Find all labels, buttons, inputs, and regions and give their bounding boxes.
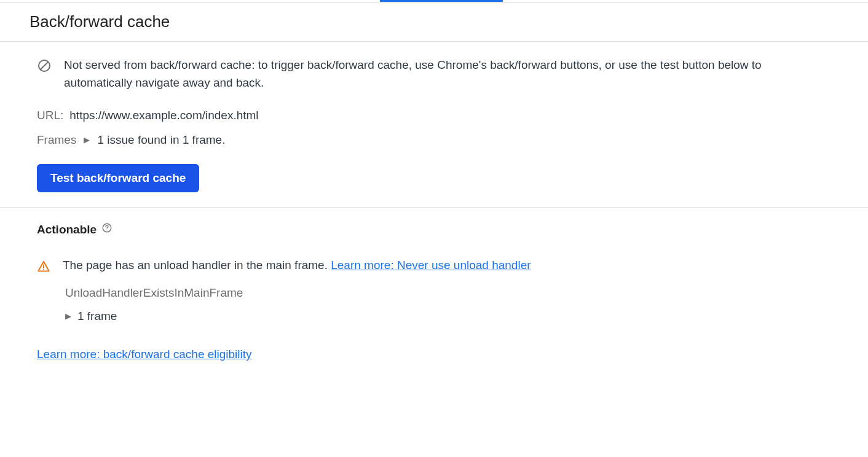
bfcache-eligibility-link[interactable]: Learn more: back/forward cache eligibili… xyxy=(37,348,252,361)
warning-icon xyxy=(37,260,50,276)
actionable-title: Actionable xyxy=(37,223,97,236)
main-section: Not served from back/forward cache: to t… xyxy=(0,42,868,208)
svg-point-5 xyxy=(43,269,44,270)
url-value: https://www.example.com/index.html xyxy=(69,109,258,122)
svg-point-3 xyxy=(107,230,108,230)
issue-code: UnloadHandlerExistsInMainFrame xyxy=(65,286,831,300)
help-icon[interactable] xyxy=(101,222,112,236)
svg-line-1 xyxy=(41,62,48,69)
disclosure-triangle-icon[interactable]: ▶ xyxy=(65,311,71,321)
frames-summary: 1 issue found in 1 frame. xyxy=(97,133,225,147)
page-title: Back/forward cache xyxy=(30,12,838,31)
frames-row[interactable]: Frames ▶ 1 issue found in 1 frame. xyxy=(37,133,831,147)
frames-label: Frames xyxy=(37,133,76,147)
issue-frames-count: 1 frame xyxy=(77,310,117,323)
test-bfcache-button[interactable]: Test back/forward cache xyxy=(37,164,199,192)
issue-text: The page has an unload handler in the ma… xyxy=(63,259,531,272)
info-message-text: Not served from back/forward cache: to t… xyxy=(64,57,831,92)
url-label: URL: xyxy=(37,109,63,122)
issue-row: The page has an unload handler in the ma… xyxy=(37,259,831,276)
info-message-row: Not served from back/forward cache: to t… xyxy=(37,57,831,92)
actionable-header: Actionable xyxy=(37,222,831,236)
url-row: URL: https://www.example.com/index.html xyxy=(37,109,831,122)
panel-header: Back/forward cache xyxy=(0,2,868,42)
actionable-section: Actionable The page has an unload handle… xyxy=(0,208,868,376)
issue-learn-more-link[interactable]: Learn more: Never use unload handler xyxy=(331,259,531,271)
unavailable-icon xyxy=(37,58,52,76)
issue-frames-row[interactable]: ▶ 1 frame xyxy=(65,310,831,323)
disclosure-triangle-icon[interactable]: ▶ xyxy=(84,135,90,144)
bfcache-panel: Back/forward cache Not served from back/… xyxy=(0,2,868,376)
issue-description: The page has an unload handler in the ma… xyxy=(63,259,331,271)
